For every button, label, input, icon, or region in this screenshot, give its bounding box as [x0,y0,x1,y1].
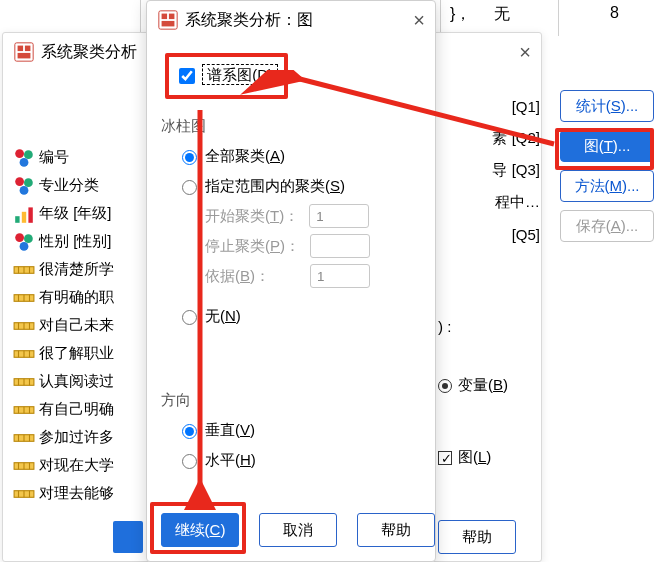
plots-button[interactable]: 图(T)... [560,130,654,162]
svg-point-9 [20,186,29,195]
variable-label: 有自己明确 [39,400,114,419]
scale-icon [13,287,35,307]
save-button: 保存(A)... [560,210,654,242]
svg-point-15 [20,242,29,251]
svg-point-8 [24,178,33,187]
variable-label: 年级 [年级] [39,204,112,223]
variable-label: 性别 [性别] [39,232,112,251]
svg-rect-3 [18,53,31,58]
svg-rect-1 [18,46,23,52]
svg-rect-55 [162,21,175,26]
scale-icon [13,259,35,279]
scale-icon [13,427,35,447]
variable-label: 很清楚所学 [39,260,114,279]
variable-label: 参加过许多 [39,428,114,447]
scale-icon [13,455,35,475]
child-help-button[interactable]: 帮助 [357,513,435,547]
app-icon [13,41,35,63]
variable-label: 对自己未来 [39,316,114,335]
nominal-icon [13,231,35,251]
method-button[interactable]: 方法(M)... [560,170,654,202]
variable-label: 对理去能够 [39,484,114,503]
variable-label: 对现在大学 [39,456,114,475]
scale-icon [13,315,35,335]
variable-label: 很了解职业 [39,344,114,363]
variable-label: 编号 [39,148,69,167]
plots-dialog-close[interactable]: × [413,9,425,32]
scale-icon [13,399,35,419]
cluster-dialog-title: 系统聚类分析 [41,42,137,63]
scale-icon [13,371,35,391]
stats-button[interactable]: 统计(S)... [560,90,654,122]
bg-cell-1: }， [450,4,471,25]
svg-rect-10 [15,216,19,223]
bg-cell-2: 无 [494,4,510,25]
parent-primary-button-edge[interactable] [113,521,143,553]
svg-point-6 [20,158,29,167]
svg-rect-12 [28,207,32,222]
cluster-dialog-close[interactable]: × [519,41,531,64]
svg-point-7 [15,177,24,186]
svg-rect-54 [169,14,175,19]
bg-cell-3: 8 [610,4,619,22]
svg-line-56 [296,78,554,144]
svg-rect-53 [162,14,168,19]
scale-icon [13,343,35,363]
cancel-button[interactable]: 取消 [259,513,337,547]
nominal-icon [13,147,35,167]
plots-dialog-title: 系统聚类分析：图 [185,10,313,31]
variable-label: 专业分类 [39,176,99,195]
svg-point-5 [24,150,33,159]
variable-label: 认真阅读过 [39,372,114,391]
svg-point-4 [15,149,24,158]
nominal-icon [13,175,35,195]
annotation-arrows [170,70,570,510]
parent-help-button[interactable]: 帮助 [438,520,516,554]
continue-button[interactable]: 继续(C) [161,513,239,547]
ordinal-icon [13,203,35,223]
svg-rect-11 [22,212,26,223]
app-icon [157,9,179,31]
svg-point-13 [15,233,24,242]
variable-label: 有明确的职 [39,288,114,307]
svg-rect-2 [25,46,30,52]
scale-icon [13,483,35,503]
svg-point-14 [24,234,33,243]
